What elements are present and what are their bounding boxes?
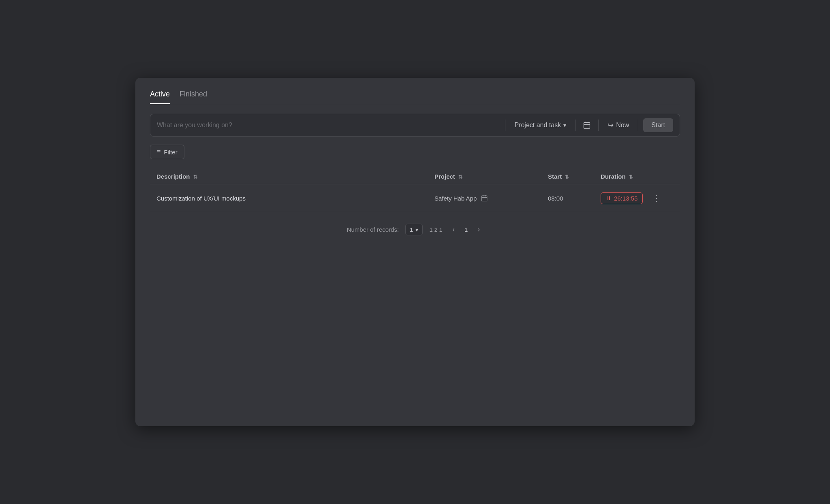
next-page-button[interactable]: ›: [474, 224, 483, 235]
records-count: 1: [410, 226, 413, 233]
row-calendar-icon: [481, 194, 488, 202]
now-label: Now: [616, 122, 629, 129]
filter-label: Filter: [164, 149, 177, 156]
main-window: Active Finished Project and task ▾ ↪ Now…: [135, 78, 695, 426]
table-header: Description ⇅ Project ⇅ Start ⇅ Duration…: [150, 169, 680, 184]
pagination: Number of records: 1 ▾ 1 z 1 ‹ 1 ›: [150, 224, 680, 235]
calendar-button[interactable]: [580, 119, 593, 132]
row-start: 08:00: [548, 195, 601, 202]
divider: [505, 120, 505, 131]
records-label: Number of records:: [347, 226, 399, 233]
row-duration: ⏸ 26:13:55 ⋮: [601, 192, 674, 205]
start-label: Start: [548, 173, 562, 180]
project-task-button[interactable]: Project and task ▾: [510, 119, 570, 131]
col-header-start[interactable]: Start ⇅: [548, 173, 601, 180]
col-header-duration[interactable]: Duration ⇅: [601, 173, 674, 180]
filter-button[interactable]: ≡ Filter: [150, 145, 184, 159]
start-button[interactable]: Start: [643, 118, 673, 132]
duration-badge: ⏸ 26:13:55: [601, 192, 643, 204]
row-project: Safety Hab App: [434, 194, 548, 202]
sort-duration-icon: ⇅: [629, 174, 633, 180]
records-chevron-icon: ▾: [415, 226, 418, 233]
more-options-button[interactable]: ⋮: [649, 192, 664, 205]
table-row: Customization of UX/UI mockups Safety Ha…: [150, 184, 680, 212]
divider3: [598, 120, 599, 131]
filter-icon: ≡: [157, 148, 160, 156]
duration-value: 26:13:55: [614, 195, 637, 202]
tab-finished[interactable]: Finished: [180, 90, 207, 104]
row-description: Customization of UX/UI mockups: [156, 195, 434, 202]
chevron-down-icon: ▾: [563, 122, 566, 128]
sort-project-icon: ⇅: [458, 174, 462, 180]
records-select[interactable]: 1 ▾: [405, 224, 423, 235]
tabs-container: Active Finished: [150, 90, 680, 104]
project-task-label: Project and task: [514, 122, 561, 129]
duration-label: Duration: [601, 173, 626, 180]
divider2: [575, 120, 575, 131]
row-project-name: Safety Hab App: [434, 195, 477, 202]
search-input[interactable]: [157, 122, 500, 129]
col-header-description[interactable]: Description ⇅: [156, 173, 434, 180]
project-label: Project: [434, 173, 455, 180]
calendar-icon: [583, 121, 591, 129]
divider4: [638, 120, 638, 131]
sort-description-icon: ⇅: [193, 174, 197, 180]
tab-active[interactable]: Active: [150, 90, 170, 104]
prev-page-button[interactable]: ‹: [449, 224, 458, 235]
now-button[interactable]: ↪ Now: [603, 118, 633, 132]
pause-icon: ⏸: [606, 195, 612, 201]
svg-rect-0: [584, 122, 590, 128]
page-info: 1 z 1: [429, 226, 443, 233]
description-label: Description: [156, 173, 190, 180]
current-page: 1: [464, 226, 468, 233]
search-bar: Project and task ▾ ↪ Now Start: [150, 114, 680, 137]
col-header-project[interactable]: Project ⇅: [434, 173, 548, 180]
svg-rect-4: [482, 196, 488, 201]
sort-start-icon: ⇅: [565, 174, 569, 180]
arrow-right-icon: ↪: [608, 121, 614, 130]
